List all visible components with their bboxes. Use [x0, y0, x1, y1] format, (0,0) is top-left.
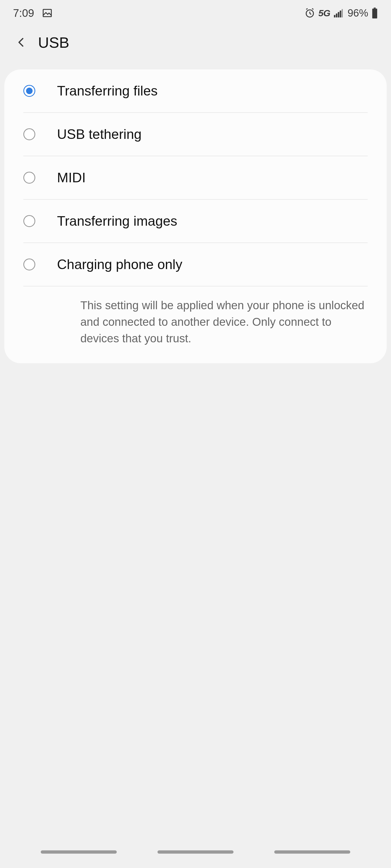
- picture-icon: [42, 8, 53, 19]
- option-label: MIDI: [57, 170, 86, 186]
- svg-rect-11: [373, 8, 375, 9]
- nav-back-button[interactable]: [274, 850, 350, 854]
- system-nav-bar: [0, 842, 391, 862]
- status-bar: 7:09 5G: [0, 0, 391, 26]
- svg-rect-0: [43, 9, 51, 17]
- status-left-group: 7:09: [13, 7, 53, 19]
- page-title: USB: [38, 34, 69, 51]
- options-card: Transferring files USB tethering MIDI Tr…: [4, 69, 387, 363]
- chevron-left-icon: [15, 36, 28, 49]
- status-time: 7:09: [13, 7, 34, 19]
- option-label: Transferring files: [57, 83, 158, 99]
- radio-icon: [23, 215, 35, 227]
- option-usb-tethering[interactable]: USB tethering: [4, 113, 387, 156]
- svg-rect-9: [340, 10, 341, 18]
- helper-text: This setting will be applied when your p…: [4, 286, 387, 363]
- back-button[interactable]: [13, 34, 29, 51]
- svg-line-5: [312, 8, 313, 9]
- nav-recent-button[interactable]: [41, 850, 117, 854]
- option-transferring-images[interactable]: Transferring images: [4, 199, 387, 243]
- option-midi[interactable]: MIDI: [4, 156, 387, 199]
- option-label: Charging phone only: [57, 257, 182, 272]
- radio-icon: [23, 258, 35, 271]
- option-label: Transferring images: [57, 213, 177, 229]
- radio-icon: [23, 172, 35, 184]
- option-label: USB tethering: [57, 126, 141, 142]
- svg-rect-6: [334, 15, 335, 18]
- app-header: USB: [0, 26, 391, 59]
- svg-rect-12: [372, 9, 377, 19]
- radio-icon: [23, 85, 35, 97]
- status-right-group: 5G 96%: [304, 7, 378, 19]
- alarm-icon: [304, 8, 315, 19]
- svg-line-3: [310, 13, 311, 14]
- svg-rect-10: [342, 9, 343, 18]
- battery-percent: 96%: [347, 7, 368, 19]
- svg-rect-7: [336, 13, 337, 18]
- svg-rect-8: [338, 12, 339, 18]
- battery-icon: [371, 8, 378, 19]
- radio-icon: [23, 128, 35, 140]
- signal-icon: [333, 8, 343, 18]
- option-transferring-files[interactable]: Transferring files: [4, 69, 387, 112]
- option-charging-only[interactable]: Charging phone only: [4, 243, 387, 286]
- nav-home-button[interactable]: [158, 850, 233, 854]
- network-type: 5G: [318, 8, 330, 19]
- svg-line-4: [306, 8, 307, 9]
